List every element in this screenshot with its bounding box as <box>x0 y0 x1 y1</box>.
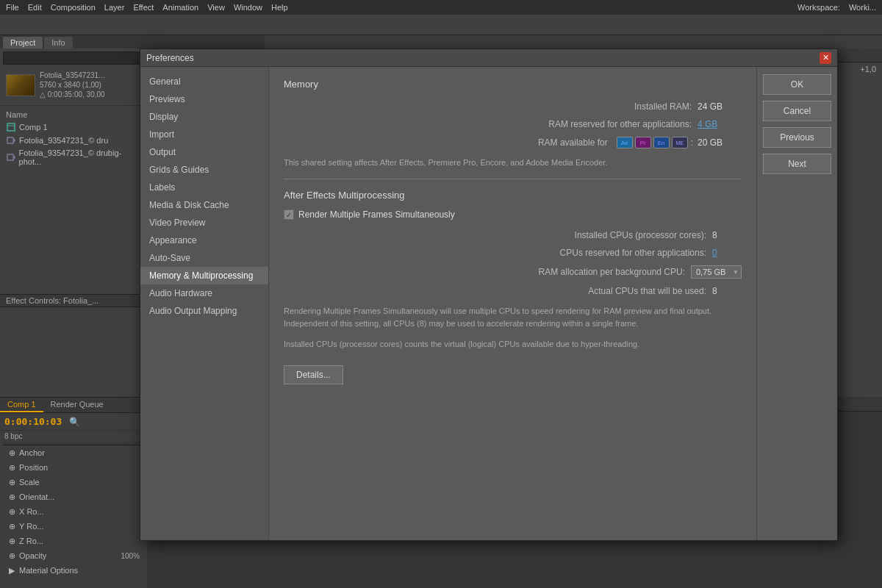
ram-reserved-label: RAM reserved for other applications: <box>284 119 698 129</box>
transform-xrot[interactable]: ⊕ X Ro... <box>3 504 144 519</box>
ram-allocation-dropdown-wrapper: 0,75 GB ▼ <box>691 265 742 279</box>
menu-edit[interactable]: Edit <box>28 3 42 12</box>
tab-comp1[interactable]: Comp 1 <box>0 398 43 412</box>
tab-project[interactable]: Project <box>3 37 43 49</box>
menu-help[interactable]: Help <box>271 3 288 12</box>
menu-animation[interactable]: Animation <box>162 3 198 12</box>
menu-effect[interactable]: Effect <box>133 3 154 12</box>
video-icon-1 <box>6 135 16 146</box>
nav-media[interactable]: Media & Disk Cache <box>140 196 268 214</box>
nav-audio-output[interactable]: Audio Output Mapping <box>140 302 268 320</box>
nav-import[interactable]: Import <box>140 126 268 143</box>
transform-yrot[interactable]: ⊕ Y Ro... <box>3 519 144 534</box>
installed-cpus-label: Installed CPUs (processor cores): <box>284 230 712 240</box>
transform-material[interactable]: ▶ Material Options <box>3 563 144 578</box>
preferences-content: Memory Installed RAM: 24 GB RAM reserved… <box>269 67 756 540</box>
svg-rect-4 <box>7 154 13 160</box>
section-divider <box>284 179 742 179</box>
transform-opacity[interactable]: ⊕ Opacity 100% <box>3 548 144 563</box>
name-column-header: Name <box>0 109 146 121</box>
previous-button[interactable]: Previous <box>763 127 831 148</box>
ram-allocation-row: RAM allocation per background CPU: 0,75 … <box>284 265 742 279</box>
project-file-comp1[interactable]: Comp 1 <box>0 121 146 134</box>
nav-display[interactable]: Display <box>140 108 268 126</box>
workspace-label: Workspace: <box>797 3 840 12</box>
transform-scale[interactable]: ⊕ Scale <box>3 475 144 490</box>
en-icon: En <box>653 137 670 148</box>
orientation-icon: ⊕ <box>7 492 16 501</box>
menu-file[interactable]: File <box>6 3 19 12</box>
bpc-indicator: 8 bpc <box>4 432 22 440</box>
menu-layer[interactable]: Layer <box>104 3 125 12</box>
ram-allocation-dropdown[interactable]: 0,75 GB <box>691 265 742 279</box>
ram-colon: : <box>691 137 693 148</box>
project-file-fotolia1[interactable]: Fotolia_93547231_© dru <box>0 134 146 147</box>
nav-video-preview[interactable]: Video Preview <box>140 214 268 232</box>
multiprocessing-title: After Effects Multiprocessing <box>284 190 742 201</box>
yrot-icon: ⊕ <box>7 522 16 531</box>
dialog-close-button[interactable]: ✕ <box>820 52 831 64</box>
nav-audio-hardware[interactable]: Audio Hardware <box>140 284 268 302</box>
svg-marker-3 <box>14 138 15 143</box>
svg-marker-5 <box>14 155 15 159</box>
anchor-icon: ⊕ <box>7 448 16 457</box>
position-icon: ⊕ <box>7 463 16 472</box>
opacity-icon: ⊕ <box>7 551 16 560</box>
bottom-panel: Comp 1 Render Queue 0:00:10:03 🔍 8 bpc ⊕… <box>0 397 147 588</box>
nav-auto-save[interactable]: Auto-Save <box>140 249 268 267</box>
search-icon[interactable]: 🔍 <box>69 417 80 427</box>
installed-cpus-row: Installed CPUs (processor cores): 8 <box>284 230 742 240</box>
ram-allocation-label: RAM allocation per background CPU: <box>284 267 691 277</box>
file-name-comp1: Comp 1 <box>19 123 48 132</box>
transform-zrot[interactable]: ⊕ Z Ro... <box>3 534 144 548</box>
dialog-body: General Previews Display Import Output G… <box>140 67 837 540</box>
nav-general[interactable]: General <box>140 73 268 90</box>
transform-orientation[interactable]: ⊕ Orientat... <box>3 490 144 504</box>
ram-reserved-value[interactable]: 4 GB <box>698 119 742 129</box>
transform-position[interactable]: ⊕ Position <box>3 460 144 475</box>
nav-memory[interactable]: Memory & Multiprocessing <box>140 267 268 284</box>
ram-reserved-row: RAM reserved for other applications: 4 G… <box>284 119 742 129</box>
ok-button[interactable]: OK <box>763 74 831 95</box>
project-thumbnail-item: Fotolia_93547231... 5760 x 3840 (1,00) △… <box>0 68 146 102</box>
menu-composition[interactable]: Composition <box>51 3 96 12</box>
next-button[interactable]: Next <box>763 154 831 174</box>
installed-ram-label: Installed RAM: <box>284 101 698 112</box>
tab-info[interactable]: Info <box>44 37 72 49</box>
effect-controls-header: Effect Controls: Fotolia_... <box>0 294 147 307</box>
menu-bar: File Edit Composition Layer Effect Anima… <box>0 0 882 15</box>
nav-appearance[interactable]: Appearance <box>140 232 268 249</box>
pr-icon: Pr <box>635 137 651 148</box>
ram-available-value: 20 GB <box>698 137 742 148</box>
memory-section-title: Memory <box>284 79 742 90</box>
effect-controls-label: Effect Controls: Fotolia_... <box>6 296 98 305</box>
nav-labels[interactable]: Labels <box>140 179 268 196</box>
details-button[interactable]: Details... <box>284 365 343 384</box>
render-multiple-frames-checkbox[interactable] <box>284 209 294 220</box>
comp-icon <box>6 122 16 132</box>
workspace-value[interactable]: Worki... <box>849 3 876 12</box>
toolbar <box>0 15 882 35</box>
nav-previews[interactable]: Previews <box>140 90 268 108</box>
nav-grids[interactable]: Grids & Guides <box>140 161 268 179</box>
scale-icon: ⊕ <box>7 478 16 487</box>
cpus-reserved-value[interactable]: 0 <box>712 248 742 258</box>
multiprocessing-note1: Rendering Multiple Frames Simultaneously… <box>284 305 742 329</box>
project-file-fotolia2[interactable]: Fotolia_93547231_© drubig-phot... <box>0 147 146 168</box>
thumbnail-dims: 5760 x 3840 (1,00) <box>40 80 105 90</box>
transform-anchor[interactable]: ⊕ Anchor <box>3 445 144 460</box>
tab-render-queue[interactable]: Render Queue <box>43 398 111 412</box>
preferences-dialog: Preferences ✕ General Previews Display I… <box>140 49 838 541</box>
actual-cpus-label: Actual CPUs that will be used: <box>284 286 712 296</box>
menu-window[interactable]: Window <box>234 3 262 12</box>
cancel-button[interactable]: Cancel <box>763 101 831 121</box>
svg-rect-0 <box>7 123 15 131</box>
nav-output[interactable]: Output <box>140 143 268 161</box>
thumbnail-duration: △ 0:00:35:00, 30,00 <box>40 90 105 99</box>
render-multiple-frames-label: Render Multiple Frames Simultaneously <box>298 209 455 220</box>
project-search-input[interactable] <box>3 51 143 65</box>
installed-cpus-value: 8 <box>712 230 742 240</box>
menu-view[interactable]: View <box>207 3 225 12</box>
ae-icon: Ae <box>617 137 633 148</box>
video-icon-2 <box>6 152 16 162</box>
